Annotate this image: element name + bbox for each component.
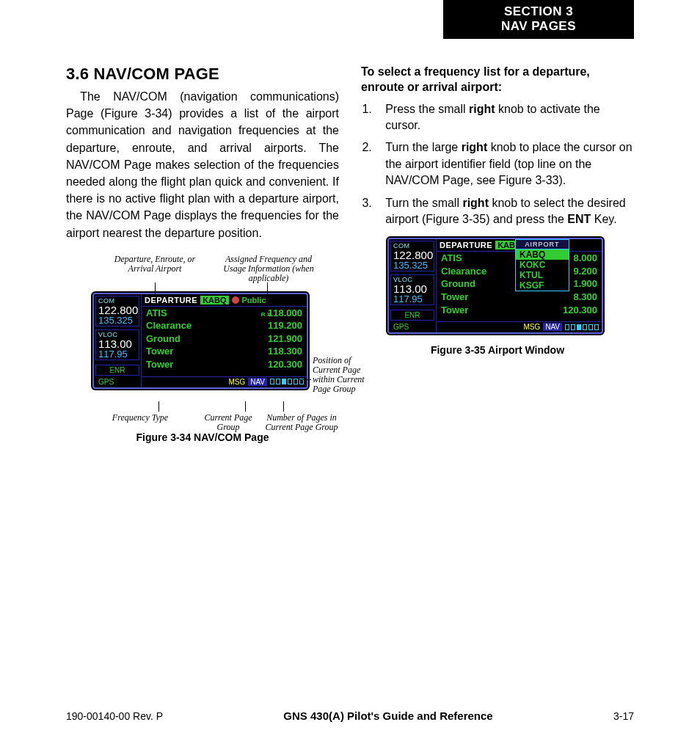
freq-row: Tower120.300 <box>142 358 307 371</box>
popup-item: KTUL <box>516 270 569 280</box>
page-footer: 190-00140-00 Rev. P GNS 430(A) Pilot's G… <box>66 710 634 722</box>
com-standby: 135.325 <box>98 316 136 325</box>
vloc-standby: 117.95 <box>98 349 136 359</box>
figure-3-35: COM 122.800 135.325 VLOC 113.00 117.95 E… <box>387 238 608 356</box>
gps-display-fig34: COM 122.800 135.325 VLOC 113.00 117.95 E… <box>92 293 308 389</box>
gps-indicator: GPS <box>95 377 139 387</box>
annot-page-group: Current Page Group <box>195 413 261 432</box>
section-tab: SECTION 3 NAV PAGES <box>443 0 634 39</box>
step-2: Turn the large right knob to place the c… <box>375 139 634 189</box>
annot-freq-type: Frequency Type <box>107 413 173 423</box>
intro-paragraph: The NAV/COM (navigation communications) … <box>66 88 339 241</box>
public-label: Public <box>242 296 266 304</box>
vloc-active: 113.00 <box>98 338 136 349</box>
popup-item: KSGF <box>516 280 569 291</box>
enr-indicator: ENR <box>95 365 139 376</box>
figure-3-34: Departure, Enroute, or Arrival Airport A… <box>92 255 313 430</box>
dep-label: DEPARTURE <box>145 296 197 304</box>
steps-list: Press the small right knob to activate t… <box>361 101 634 228</box>
freq-row: Clearance119.200 <box>142 319 307 332</box>
popup-item: KOKC <box>516 260 569 270</box>
com-active: 122.800 <box>98 304 136 316</box>
freq-row: Ground121.900 <box>142 332 307 346</box>
airport-id: KABQ <box>200 296 228 304</box>
page-heading: 3.6 NAV/COM PAGE <box>66 65 339 84</box>
section-tab-line2: NAV PAGES <box>443 19 634 34</box>
fig35-caption: Figure 3-35 Airport Window <box>387 344 608 356</box>
annot-page-position: Position of Current Page within Current … <box>313 356 379 395</box>
airport-symbol-icon <box>232 296 239 304</box>
nav-page-group: NAV <box>248 378 267 386</box>
step-1: Press the small right knob to activate t… <box>375 101 634 134</box>
footer-right: 3-17 <box>613 710 634 722</box>
annot-pages-count: Number of Pages in Current Page Group <box>261 413 342 432</box>
popup-title: AIRPORT <box>516 240 569 249</box>
fig34-caption: Figure 3-34 NAV/COM Page <box>66 431 339 443</box>
howto-title: To select a frequency list for a departu… <box>361 65 634 95</box>
footer-left: 190-00140-00 Rev. P <box>66 710 163 722</box>
annot-freq-usage: Assigned Frequency and Usage Information… <box>217 255 320 284</box>
annot-dep-enr-arr: Departure, Enroute, or Arrival Airport <box>107 255 203 274</box>
freq-row: ATISR X118.000 <box>142 307 307 320</box>
freq-row: Tower118.300 <box>142 345 307 358</box>
section-tab-line1: SECTION 3 <box>443 4 634 19</box>
msg-indicator: MSG <box>228 378 245 386</box>
airport-popup: AIRPORT KABQ KOKC KTUL KSGF <box>515 239 569 291</box>
step-3: Turn the small right knob to select the … <box>375 195 634 228</box>
gps-display-fig35: COM 122.800 135.325 VLOC 113.00 117.95 E… <box>387 238 603 334</box>
footer-center: GNS 430(A) Pilot's Guide and Reference <box>283 710 492 722</box>
popup-item: KABQ <box>516 249 569 260</box>
